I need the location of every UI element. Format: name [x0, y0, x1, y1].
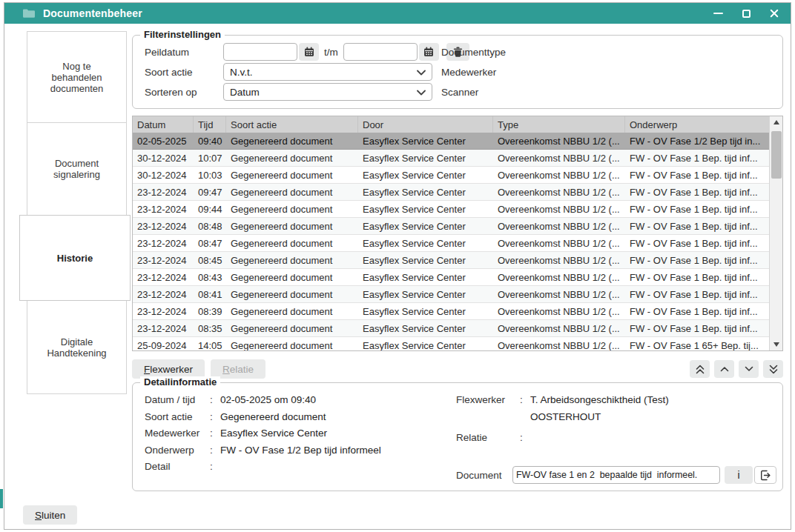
sidebar-tab-nog-te-behandelen-documenten[interactable]: Nog te behandelen documenten	[27, 31, 127, 123]
cell-tijd: 14:05	[194, 337, 226, 350]
table-row[interactable]: 23-12-202408:41Gegenereerd documentEasyf…	[133, 286, 769, 303]
cell-tijd: 08:47	[194, 235, 226, 251]
scrollbar-thumb[interactable]	[771, 131, 782, 179]
maximize-button[interactable]	[740, 7, 752, 19]
sluiten-button[interactable]: Sluiten	[23, 505, 77, 525]
filters-grid: Peildatum t/m	[145, 43, 775, 104]
table-header: DatumTijdSoort actieDoorTypeOnderwerp	[133, 116, 769, 133]
cell-datum: 23-12-2024	[133, 235, 194, 251]
table-row[interactable]: 23-12-202408:47Gegenereerd documentEasyf…	[133, 235, 769, 252]
cell-type: Overeenkomst NBBU 1/2 (...	[493, 133, 625, 149]
soort-actie-select[interactable]: N.v.t.	[223, 63, 432, 81]
relatie-label: Relatie	[456, 430, 520, 447]
column-header-datum[interactable]: Datum	[133, 116, 194, 133]
scroll-up-button[interactable]	[770, 116, 783, 128]
column-header-onderwerp[interactable]: Onderwerp	[625, 116, 769, 133]
scroll-down-button[interactable]	[770, 339, 783, 350]
action-row: Flexwerker Relatie	[132, 359, 783, 379]
folder-icon	[22, 8, 36, 19]
previous-record-button[interactable]	[714, 360, 734, 378]
minimize-icon	[713, 13, 723, 14]
table-row[interactable]: 23-12-202408:39Gegenereerd documentEasyf…	[133, 303, 769, 320]
cell-door: Easyflex Service Center	[358, 269, 493, 285]
cell-datum: 23-12-2024	[133, 286, 194, 302]
next-record-button[interactable]	[739, 360, 759, 378]
chevron-down-icon	[417, 90, 426, 96]
flexwerker-value-line1: T. Arbeidsongeschiktheid (Test)	[530, 392, 669, 409]
screen: Documentenbeheer Nog te behandelen docum…	[0, 0, 795, 532]
column-header-door[interactable]: Door	[358, 116, 493, 133]
sidebar-tab-historie[interactable]: Historie	[19, 215, 131, 301]
table-row[interactable]: 23-12-202409:44Gegenereerd documentEasyf…	[133, 201, 769, 218]
cell-tijd: 08:35	[194, 320, 226, 336]
cell-type: Overeenkomst NBBU 1/2 (...	[493, 337, 625, 350]
table-row[interactable]: 02-05-202509:40Gegenereerd documentEasyf…	[133, 133, 769, 150]
colon: :	[210, 425, 220, 442]
colon: :	[210, 442, 220, 459]
detail-field: Onderwerp:FW - OV Fase 1/2 Bep tijd info…	[145, 442, 381, 459]
sidebar-tab-document-signalering[interactable]: Document signalering	[27, 122, 127, 216]
detail-label: Medewerker	[145, 425, 210, 442]
last-record-button[interactable]	[763, 360, 783, 378]
cell-tijd: 09:44	[194, 201, 226, 217]
document-info-button[interactable]: i	[725, 466, 753, 484]
history-table: DatumTijdSoort actieDoorTypeOnderwerp 02…	[132, 116, 783, 351]
table-row[interactable]: 23-12-202408:48Gegenereerd documentEasyf…	[133, 218, 769, 235]
table-row[interactable]: 23-12-202409:47Gegenereerd documentEasyf…	[133, 184, 769, 201]
documenttype-label: Documenttype	[441, 47, 520, 58]
peildatum-to-input[interactable]	[343, 43, 418, 61]
peildatum-from-input[interactable]	[223, 43, 297, 61]
column-header-tijd[interactable]: Tijd	[194, 116, 226, 133]
chevron-down-icon	[745, 366, 753, 372]
column-header-soort-actie[interactable]: Soort actie	[226, 116, 358, 133]
sidebar-tab-digitale-handtekening[interactable]: Digitale Handtekening	[27, 300, 127, 394]
table-row[interactable]: 23-12-202408:45Gegenereerd documentEasyf…	[133, 252, 769, 269]
calendar-from-button[interactable]	[299, 43, 319, 61]
document-export-button[interactable]	[754, 466, 776, 484]
scrollbar-track[interactable]	[770, 128, 783, 339]
triangle-up-icon	[773, 120, 779, 124]
detail-value: FW - OV Fase 1/2 Bep tijd informeel	[220, 442, 381, 459]
table-row[interactable]: 23-12-202408:35Gegenereerd documentEasyf…	[133, 320, 769, 337]
sorteren-op-select[interactable]: Datum	[223, 83, 432, 101]
detail-field: Medewerker:Easyflex Service Center	[145, 425, 381, 442]
soort-actie-value: N.v.t.	[230, 67, 253, 78]
background-window-edge	[0, 489, 3, 508]
cell-onderwerp: FW - OV Fase 1 Bep. tijd inf...	[625, 201, 769, 217]
table-row[interactable]: 30-12-202410:03Gegenereerd documentEasyf…	[133, 167, 769, 184]
colon: :	[210, 409, 220, 426]
calendar-to-button[interactable]	[419, 43, 439, 61]
cell-soort_actie: Gegenereerd document	[226, 320, 358, 336]
scrollbar[interactable]	[769, 116, 782, 350]
cell-onderwerp: FW - OV Fase 1 Bep. tijd inf...	[625, 320, 769, 336]
detail-label: Detail	[145, 459, 210, 476]
first-record-button[interactable]	[690, 360, 710, 378]
cell-datum: 23-12-2024	[133, 320, 194, 336]
cell-tijd: 10:07	[194, 150, 226, 166]
document-input[interactable]	[512, 466, 720, 484]
triangle-down-icon	[773, 342, 779, 347]
sidebar-tab-label: Document signalering	[36, 158, 117, 180]
minimize-button[interactable]	[712, 7, 724, 19]
column-header-type[interactable]: Type	[493, 116, 625, 133]
titlebar: Documentenbeheer	[4, 3, 791, 24]
detail-groupbox: Detailinformatie Datum / tijd:02-05-2025…	[132, 382, 783, 491]
cell-datum: 02-05-2025	[133, 133, 194, 149]
table-row[interactable]: 23-12-202408:43Gegenereerd documentEasyf…	[133, 269, 769, 286]
cell-onderwerp: FW - OV Fase 1/2 Bep tijd in...	[625, 133, 769, 149]
cell-type: Overeenkomst NBBU 1/2 (...	[493, 201, 625, 217]
sidebar-tab-label: Historie	[57, 253, 93, 264]
relatie-button-label: Relatie	[222, 364, 254, 375]
table-row[interactable]: 30-12-202410:07Gegenereerd documentEasyf…	[133, 150, 769, 167]
documentenbeheer-window: Documentenbeheer Nog te behandelen docum…	[4, 2, 791, 530]
close-button[interactable]	[768, 7, 780, 19]
detail-field: Datum / tijd:02-05-2025 om 09:40	[145, 392, 381, 409]
cell-door: Easyflex Service Center	[358, 150, 493, 166]
colon: :	[210, 392, 220, 409]
cell-door: Easyflex Service Center	[358, 235, 493, 251]
cell-onderwerp: FW - OV Fase 1 65+ Bep. tij...	[625, 337, 769, 350]
cell-onderwerp: FW - OV Fase 1 Bep. tijd inf...	[625, 269, 769, 285]
detail-legend: Detailinformatie	[140, 376, 220, 388]
detail-label: Datum / tijd	[145, 392, 210, 409]
table-row[interactable]: 25-09-202414:05Gegenereerd documentEasyf…	[133, 337, 769, 350]
